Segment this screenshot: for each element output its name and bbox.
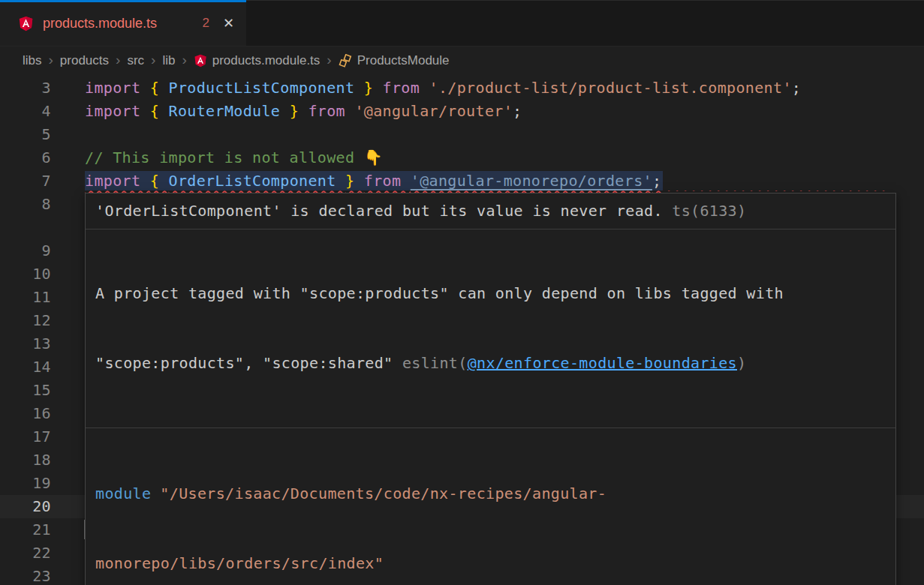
hover-ts-error: 'OrderListComponent' is declared but its… bbox=[86, 194, 895, 230]
code-content bbox=[85, 123, 924, 146]
code-line[interactable]: 6// This import is not allowed 👇 bbox=[0, 146, 924, 170]
line-number: 11 bbox=[0, 286, 51, 309]
line-number: 14 bbox=[0, 356, 51, 379]
module-path-line2: monorepo/libs/orders/src/index" bbox=[95, 554, 384, 572]
breadcrumb-item-products-module-ts[interactable]: products.module.ts bbox=[194, 53, 321, 68]
line-number: 16 bbox=[0, 402, 51, 425]
module-keyword: module bbox=[95, 484, 151, 502]
ts-error-message: 'OrderListComponent' is declared but its… bbox=[95, 202, 663, 220]
code-line[interactable]: 5 bbox=[0, 123, 924, 146]
breadcrumb-label: lib bbox=[162, 53, 175, 68]
tab-bar: products.module.ts 2 ✕ bbox=[0, 0, 924, 46]
chevron-right-icon: › bbox=[327, 52, 331, 68]
line-number: 10 bbox=[0, 262, 51, 286]
chevron-right-icon: › bbox=[49, 52, 53, 68]
breadcrumb-label: libs bbox=[23, 53, 42, 68]
tab-products-module[interactable]: products.module.ts 2 ✕ bbox=[0, 1, 246, 46]
breadcrumb-label: products.module.ts bbox=[212, 53, 321, 68]
line-number: 7 bbox=[0, 170, 51, 193]
line-number: 23 bbox=[0, 565, 51, 585]
breadcrumb-label: src bbox=[127, 53, 144, 68]
line-number: 8 bbox=[0, 193, 51, 216]
eslint-message-line2: "scope:products", "scope:shared" eslint(… bbox=[95, 352, 886, 375]
close-icon[interactable]: ✕ bbox=[223, 15, 234, 32]
line-number: 5 bbox=[0, 123, 51, 146]
eslint-message-line1: A project tagged with "scope:products" c… bbox=[95, 282, 886, 305]
breadcrumb-item-lib[interactable]: lib bbox=[162, 53, 175, 68]
breadcrumb: libs›products›src›lib›products.module.ts… bbox=[0, 46, 924, 75]
code-line[interactable]: 7import { OrderListComponent } from '@an… bbox=[0, 170, 924, 193]
breadcrumb-item-src[interactable]: src bbox=[127, 53, 144, 68]
angular-icon bbox=[18, 16, 34, 32]
code-line[interactable]: 4import { RouterModule } from '@angular/… bbox=[0, 100, 924, 123]
line-number: 22 bbox=[0, 542, 51, 565]
chevron-right-icon: › bbox=[182, 52, 186, 68]
line-number: 9 bbox=[0, 239, 51, 262]
hover-eslint-error: A project tagged with "scope:products" c… bbox=[86, 230, 895, 428]
module-path-line1: "/Users/isaac/Documents/code/nx-recipes/… bbox=[160, 484, 606, 502]
line-number: 3 bbox=[0, 76, 51, 100]
line-number: 21 bbox=[0, 518, 51, 542]
breadcrumb-item-products[interactable]: products bbox=[60, 53, 109, 68]
hover-module-info: module"/Users/isaac/Documents/code/nx-re… bbox=[86, 428, 895, 585]
chevron-right-icon: › bbox=[151, 52, 155, 68]
line-number: 6 bbox=[0, 146, 51, 170]
line-number: 15 bbox=[0, 379, 51, 402]
line-number: 18 bbox=[0, 448, 51, 472]
tab-problems-badge: 2 bbox=[194, 16, 209, 31]
line-number: 17 bbox=[0, 425, 51, 448]
highlighted-range: import { OrderListComponent } from '@ang… bbox=[85, 171, 663, 190]
line-number: 12 bbox=[0, 309, 51, 332]
line-number: 19 bbox=[0, 472, 51, 495]
ts-error-code: ts(6133) bbox=[672, 202, 746, 220]
breadcrumb-label: ProductsModule bbox=[357, 53, 450, 68]
breadcrumb-label: products bbox=[60, 53, 109, 68]
error-hover-popup: 'OrderListComponent' is declared but its… bbox=[85, 193, 896, 585]
breadcrumb-item-libs[interactable]: libs bbox=[23, 53, 42, 68]
line-number: 4 bbox=[0, 100, 51, 123]
code-content: import { RouterModule } from '@angular/r… bbox=[85, 100, 924, 123]
code-content: import { ProductListComponent } from './… bbox=[85, 76, 924, 100]
class-icon bbox=[339, 54, 352, 68]
line-number bbox=[0, 216, 51, 239]
eslint-rule-link[interactable]: @nx/enforce-module-boundaries bbox=[468, 354, 737, 372]
error-squiggle: import { OrderListComponent } from '@ang… bbox=[85, 171, 886, 190]
angular-icon bbox=[194, 54, 207, 68]
code-line[interactable]: 3import { ProductListComponent } from '.… bbox=[0, 76, 924, 100]
breadcrumb-item-productsmodule[interactable]: ProductsModule bbox=[339, 53, 450, 68]
line-number: 20 bbox=[0, 495, 51, 518]
code-content: import { OrderListComponent } from '@ang… bbox=[85, 170, 924, 193]
tab-title: products.module.ts bbox=[43, 16, 157, 32]
code-content: // This import is not allowed 👇 bbox=[85, 146, 924, 170]
chevron-right-icon: › bbox=[116, 52, 120, 68]
line-number: 13 bbox=[0, 332, 51, 356]
